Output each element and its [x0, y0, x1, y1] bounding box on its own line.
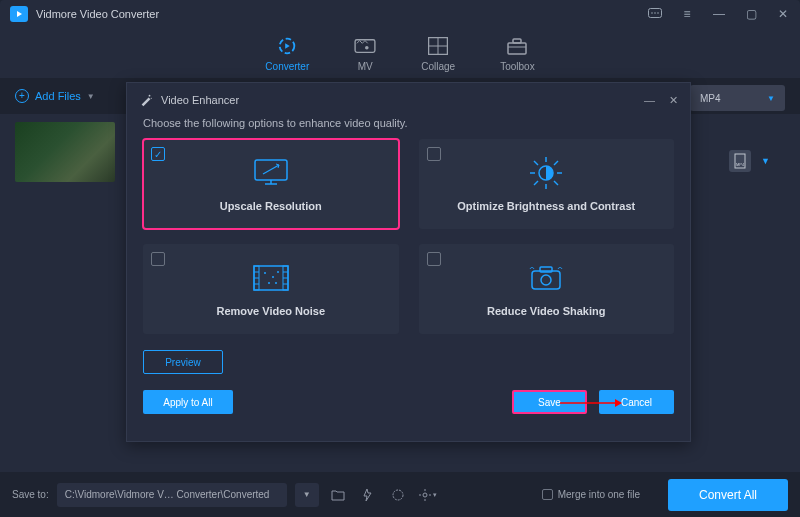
sun-icon — [528, 156, 564, 190]
svg-point-49 — [393, 490, 403, 500]
chevron-down-icon[interactable]: ▼ — [761, 156, 770, 166]
checkbox-icon[interactable] — [427, 252, 441, 266]
option-optimize-brightness[interactable]: Optimize Brightness and Contrast — [419, 139, 675, 229]
output-format-selector[interactable]: MP4 ▼ — [690, 85, 785, 111]
svg-text:MP4: MP4 — [736, 162, 745, 167]
option-upscale-resolution[interactable]: Upscale Resolution — [143, 139, 399, 229]
task-icon[interactable] — [387, 484, 409, 506]
svg-point-46 — [541, 275, 551, 285]
option-reduce-shaking[interactable]: Reduce Video Shaking — [419, 244, 675, 334]
svg-rect-12 — [513, 39, 521, 43]
option-remove-noise[interactable]: Remove Video Noise — [143, 244, 399, 334]
settings-icon[interactable]: ▾ — [417, 484, 439, 506]
save-path-input[interactable]: C:\Vidmore\Vidmore V… Converter\Converte… — [57, 483, 287, 507]
main-tabs: Converter MV Collage Toolbox — [0, 28, 800, 78]
chevron-down-icon: ▼ — [767, 94, 775, 103]
svg-point-3 — [657, 12, 659, 14]
title-bar: Vidmore Video Converter ≡ — ▢ ✕ — [0, 0, 800, 28]
monitor-icon — [251, 156, 291, 190]
tab-mv[interactable]: MV — [354, 35, 376, 72]
tab-toolbox[interactable]: Toolbox — [500, 35, 534, 72]
camera-icon — [526, 261, 566, 295]
svg-point-42 — [277, 271, 279, 273]
svg-line-27 — [554, 181, 558, 185]
svg-point-39 — [264, 272, 266, 274]
checkbox-icon[interactable] — [427, 147, 441, 161]
svg-point-50 — [423, 493, 427, 497]
bottom-bar: Save to: C:\Vidmore\Vidmore V… Converter… — [0, 472, 800, 517]
tab-converter[interactable]: Converter — [265, 35, 309, 72]
tab-collage[interactable]: Collage — [421, 35, 455, 72]
app-title: Vidmore Video Converter — [36, 8, 159, 20]
svg-point-40 — [272, 276, 274, 278]
svg-rect-45 — [540, 267, 552, 272]
open-folder-icon[interactable] — [327, 484, 349, 506]
save-to-label: Save to: — [12, 489, 49, 500]
toolbox-icon — [506, 35, 528, 57]
save-button[interactable]: Save — [512, 390, 587, 414]
mv-icon — [354, 35, 376, 57]
convert-all-button[interactable]: Convert All — [668, 479, 788, 511]
minimize-icon[interactable]: — — [712, 7, 726, 21]
maximize-icon[interactable]: ▢ — [744, 7, 758, 21]
app-logo — [10, 6, 28, 22]
checkbox-checked-icon[interactable] — [151, 147, 165, 161]
svg-point-1 — [651, 12, 653, 14]
svg-marker-5 — [285, 43, 290, 49]
svg-rect-44 — [532, 271, 560, 289]
modal-minimize-icon[interactable]: — — [644, 94, 655, 107]
video-enhancer-modal: Video Enhancer — ✕ Choose the following … — [126, 82, 691, 442]
apply-to-all-button[interactable]: Apply to All — [143, 390, 233, 414]
add-files-button[interactable]: + Add Files ▼ — [15, 89, 95, 103]
modal-title: Video Enhancer — [161, 94, 239, 106]
preview-button[interactable]: Preview — [143, 350, 223, 374]
format-badge: MP4 — [729, 150, 751, 172]
svg-line-28 — [534, 181, 538, 185]
collage-icon — [427, 35, 449, 57]
plus-icon: + — [15, 89, 29, 103]
svg-point-16 — [149, 95, 151, 97]
svg-rect-11 — [508, 43, 526, 54]
svg-line-26 — [534, 161, 538, 165]
svg-point-2 — [654, 12, 656, 14]
svg-point-43 — [275, 282, 277, 284]
svg-point-41 — [268, 282, 270, 284]
modal-subtitle: Choose the following options to enhance … — [127, 117, 690, 139]
converter-icon — [276, 35, 298, 57]
film-icon — [251, 261, 291, 295]
chevron-down-icon: ▼ — [87, 92, 95, 101]
svg-point-17 — [151, 98, 152, 99]
cancel-button[interactable]: Cancel — [599, 390, 674, 414]
wand-icon — [139, 93, 153, 107]
feedback-icon[interactable] — [648, 7, 662, 21]
checkbox-icon[interactable] — [151, 252, 165, 266]
item-format-area: MP4 ▼ — [729, 150, 770, 172]
svg-line-29 — [554, 161, 558, 165]
modal-close-icon[interactable]: ✕ — [669, 94, 678, 107]
close-icon[interactable]: ✕ — [776, 7, 790, 21]
svg-point-7 — [365, 46, 369, 50]
hwaccel-icon[interactable] — [357, 484, 379, 506]
merge-checkbox[interactable]: Merge into one file — [542, 489, 640, 500]
menu-icon[interactable]: ≡ — [680, 7, 694, 21]
save-path-dropdown[interactable]: ▼ — [295, 483, 319, 507]
video-thumbnail[interactable] — [15, 122, 115, 182]
checkbox-icon — [542, 489, 553, 500]
